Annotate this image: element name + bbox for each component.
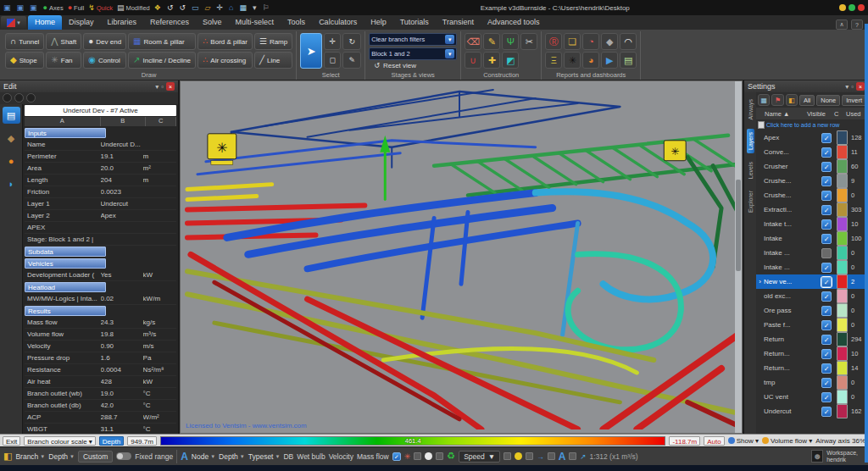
layer-colour-chip[interactable]	[837, 174, 848, 188]
layer-colour-chip[interactable]	[837, 332, 848, 346]
ribbon-tab[interactable]: Advanced tools	[481, 15, 547, 30]
property-row[interactable]: Length 204 m	[25, 175, 176, 186]
layer-colour-chip[interactable]	[837, 346, 848, 361]
property-row[interactable]: WBGT 31.1 °C	[25, 424, 176, 434]
quick-access-button[interactable]: ▱	[204, 4, 212, 12]
layer-colour-chip[interactable]	[837, 361, 848, 375]
select-tool-button[interactable]: ◻	[324, 52, 341, 69]
refresh-icon[interactable]	[26, 93, 36, 103]
property-row[interactable]: Branch outlet (db) 42.0 °C	[25, 400, 176, 412]
report-tool-button[interactable]: ◔	[582, 33, 599, 50]
app-menu-button[interactable]: ▾	[1, 16, 26, 30]
property-value[interactable]: 0.90	[101, 342, 143, 350]
layer-row[interactable]: tmp ✓ 0	[756, 375, 868, 390]
property-row[interactable]: Layer 1 Undercut	[25, 198, 176, 210]
layer-row[interactable]: Apex ✓ 128	[756, 130, 868, 145]
heat-tab-icon[interactable]: ●	[3, 152, 20, 169]
layer-name[interactable]: Intake	[764, 235, 821, 242]
panel-collapse-icon[interactable]: ▾	[845, 83, 849, 91]
report-tool-button[interactable]: ❏	[564, 33, 581, 50]
panel-pin-icon[interactable]: ▫	[161, 83, 164, 91]
settings-side-tab[interactable]: Airways	[747, 96, 754, 124]
option-checkbox[interactable]	[548, 452, 555, 460]
history-back-icon[interactable]	[3, 93, 12, 103]
property-value[interactable]: 42.0	[101, 402, 143, 409]
property-value[interactable]: Undercut	[101, 200, 143, 208]
quick-access-button[interactable]: ▦	[239, 4, 248, 12]
show-dropdown[interactable]: Show ▾	[728, 437, 759, 445]
property-value[interactable]: 0.02	[101, 295, 143, 302]
ribbon-tab[interactable]: Calculators	[312, 15, 364, 30]
layer-visible-checkbox[interactable]: ✓	[821, 248, 832, 258]
settings-side-tab[interactable]: Explorer	[747, 187, 754, 216]
layer-colour-chip[interactable]	[837, 145, 848, 159]
stage-dropdown[interactable]: Block 1 and 2 ▾	[369, 47, 457, 60]
layer-colour-chip[interactable]	[837, 404, 848, 418]
construction-tool-button[interactable]: ✎	[483, 33, 500, 50]
column-b[interactable]: B	[101, 117, 147, 126]
scale-type-dropdown[interactable]: Branch colour scale ▾	[24, 436, 96, 446]
quick-access-button[interactable]: ● Full	[68, 4, 85, 12]
draw-tool-button[interactable]: ╱ Line	[254, 52, 292, 69]
layer-visible-checkbox[interactable]: ✓	[821, 176, 832, 186]
layer-name[interactable]: Return...	[764, 350, 821, 357]
draw-tool-button[interactable]: ∩ Tunnel	[5, 33, 44, 50]
layer-visible-checkbox[interactable]: ✓	[821, 162, 832, 172]
fan-marker-icon[interactable]: ✳	[404, 452, 411, 461]
property-row[interactable]: MW/MW-Logics | Inta... 0.02 kW/m	[25, 293, 176, 305]
warning-dot-icon[interactable]	[515, 452, 522, 460]
layer-name[interactable]: Return	[764, 335, 821, 343]
quick-access-button[interactable]: ▣	[30, 4, 39, 12]
report-tool-button[interactable]: ◕	[582, 52, 599, 69]
layer-visible-checkbox[interactable]: ✓	[821, 407, 832, 417]
layer-colour-chip[interactable]	[837, 217, 848, 231]
layer-name[interactable]: tmp	[764, 379, 821, 386]
layer-colour-chip[interactable]	[837, 231, 848, 246]
wet-bulb-toggle[interactable]: Wet bulb	[297, 452, 325, 461]
maximize-button[interactable]	[849, 4, 855, 11]
quick-access-button[interactable]: ▣	[17, 4, 26, 12]
quick-access-button[interactable]: ↯ Quick	[88, 4, 113, 12]
option-checkbox[interactable]	[436, 452, 443, 460]
flow-arrow-icon[interactable]: →	[537, 452, 544, 461]
property-row[interactable]: APEX	[25, 222, 176, 234]
quick-access-button[interactable]: ▭	[192, 4, 201, 12]
report-tool-button[interactable]: ✳	[564, 52, 581, 69]
layer-name[interactable]: Undercut	[764, 407, 821, 415]
layer-row[interactable]: Intake ... ✓ 0	[756, 260, 868, 274]
image-icon[interactable]: ▦	[758, 94, 770, 106]
layer-name[interactable]: Conve...	[764, 148, 821, 156]
history-forward-icon[interactable]	[14, 93, 24, 103]
property-row[interactable]: Perimeter 19.1 m	[25, 151, 176, 163]
property-value[interactable]: 1.6	[101, 354, 143, 362]
property-row[interactable]: Pressure drop 1.6 Pa	[25, 352, 176, 364]
ribbon-tab[interactable]: Tools	[281, 15, 312, 30]
property-value[interactable]: 19.8	[101, 330, 143, 338]
layer-name[interactable]: Extracti...	[764, 206, 821, 213]
report-tool-button[interactable]: ◠	[620, 33, 637, 50]
report-tool-button[interactable]: Ξ	[545, 52, 562, 69]
ribbon-tab[interactable]: Solve	[196, 15, 229, 30]
property-value[interactable]: 204	[101, 176, 143, 184]
layer-visible-checkbox[interactable]: ✓	[821, 320, 832, 330]
draw-tool-button[interactable]: ● Dev end	[83, 33, 126, 50]
select-cursor-button[interactable]: ➤	[300, 33, 322, 69]
draw-tool-button[interactable]: ∴ Bord & pillar	[198, 33, 253, 50]
property-row[interactable]: Inputs	[25, 127, 176, 139]
label-text-icon[interactable]: A	[559, 451, 566, 463]
edit-tab-icon[interactable]: ▤	[3, 107, 20, 124]
ribbon-tab[interactable]: Help	[364, 15, 393, 30]
option-checkbox[interactable]	[569, 452, 576, 460]
layer-visible-checkbox[interactable]: ✓	[821, 392, 832, 402]
layer-visible-checkbox[interactable]: ✓	[821, 147, 832, 158]
auto-scale-button[interactable]: Auto	[704, 436, 724, 446]
construction-tool-button[interactable]: Ψ	[502, 33, 519, 50]
custom-button[interactable]: Custom	[78, 451, 113, 463]
draw-tool-button[interactable]: ✳ Fan	[46, 52, 81, 69]
node-depth-dropdown[interactable]: Depth▼	[219, 452, 245, 461]
collapse-ribbon-icon[interactable]: ∧	[836, 19, 848, 30]
property-row[interactable]: Friction 0.0023	[25, 186, 176, 198]
layer-name[interactable]: Ore pass	[764, 307, 821, 314]
report-tool-button[interactable]: ◆	[601, 33, 618, 50]
property-value[interactable]: 20.0	[101, 164, 143, 172]
